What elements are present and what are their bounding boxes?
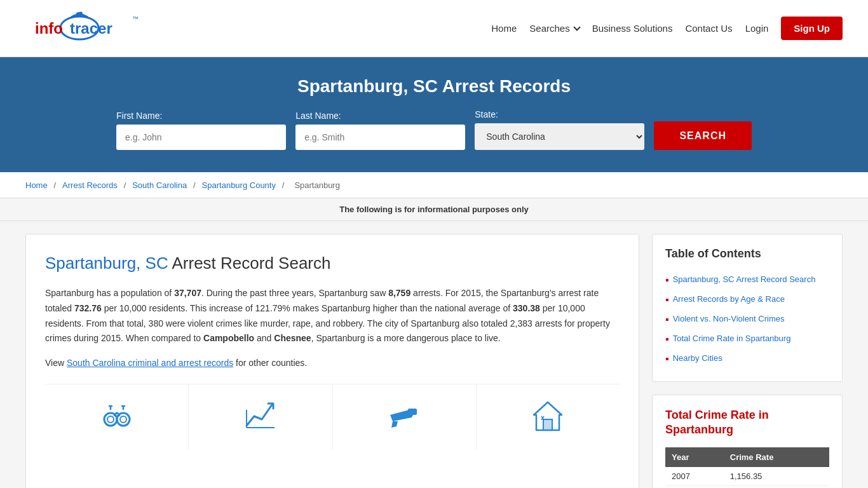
hero-title: Spartanburg, SC Arrest Records [25,76,843,97]
house-icon [529,397,567,435]
page-heading-sc: , SC [136,254,168,273]
svg-text:tracer: tracer [70,20,112,37]
main-content: Spartanburg, SC Arrest Record Search Spa… [0,221,868,488]
handcuffs-icon [98,397,136,435]
svg-point-7 [107,416,114,423]
cell-year: 2007 [665,467,724,486]
svg-rect-15 [408,409,417,415]
state-group: State: AlabamaAlaskaArizonaArkansasCalif… [475,109,644,150]
svg-point-8 [120,416,126,423]
icon-item-house [477,384,620,450]
toc-item: Nearby Cities [665,349,829,369]
crime-rate-box: Total Crime Rate in Spartanburg Year Cri… [652,395,843,488]
first-name-group: First Name: [116,111,286,150]
first-name-input[interactable] [116,125,286,150]
gun-icon [385,397,423,435]
state-label: State: [475,109,498,119]
first-name-label: First Name: [116,111,162,121]
arrests-bold: 8,759 [388,288,410,298]
search-form: First Name: Last Name: State: AlabamaAla… [116,109,752,150]
nav-home[interactable]: Home [491,20,517,37]
chesnee-bold: Chesnee [274,333,311,343]
nav-searches[interactable]: Searches [529,20,579,37]
breadcrumb-south-carolina[interactable]: South Carolina [132,180,187,190]
toc-box: Table of Contents Spartanburg, SC Arrest… [652,234,843,382]
cell-rate: 1,156.35 [724,467,829,486]
toc-heading: Table of Contents [665,247,829,261]
toc-link[interactable]: Nearby Cities [673,353,722,364]
breadcrumb-arrest-records[interactable]: Arrest Records [62,180,118,190]
last-name-group: Last Name: [295,111,465,150]
breadcrumb-home[interactable]: Home [25,180,48,190]
search-button[interactable]: SEARCH [654,121,752,150]
toc-link[interactable]: Violent vs. Non-Violent Crimes [673,313,785,325]
info-bar: The following is for informational purpo… [0,198,868,221]
icon-item-gun [333,384,477,450]
svg-text:™: ™ [132,15,139,22]
content-right: Table of Contents Spartanburg, SC Arrest… [652,234,843,488]
state-select[interactable]: AlabamaAlaskaArizonaArkansasCaliforniaCo… [475,123,644,150]
toc-item: Arrest Records by Age & Race [665,290,829,309]
breadcrumb-county[interactable]: Spartanburg County [202,180,276,190]
nav-login[interactable]: Login [745,20,769,37]
nav-business[interactable]: Business Solutions [592,20,673,37]
sc-records-link[interactable]: South Carolina criminal and arrest recor… [67,358,233,368]
page-heading-rest: Arrest Record Search [172,254,330,273]
campobello-bold: Campobello [203,333,254,343]
col-rate: Crime Rate [724,447,829,467]
nav-signup[interactable]: Sign Up [781,17,843,40]
table-row: 20071,156.35 [665,467,829,486]
crime-rate-table: Year Crime Rate 20071,156.35 [665,447,829,486]
hero-section: Spartanburg, SC Arrest Records First Nam… [0,57,868,172]
col-year: Year [665,447,724,467]
toc-list: Spartanburg, SC Arrest Record SearchArre… [665,270,829,369]
toc-link[interactable]: Spartanburg, SC Arrest Record Search [673,274,816,285]
searches-dropdown-icon [573,24,580,30]
page-heading: Spartanburg, SC Arrest Record Search [45,254,620,273]
toc-item: Total Crime Rate in Spartanburg [665,329,829,349]
crime-rate-heading: Total Crime Rate in Spartanburg [665,408,829,438]
svg-text:info: info [35,20,63,37]
national-avg-bold: 330.38 [513,303,540,313]
icons-row [45,384,620,450]
logo[interactable]: info tracer ™ [25,11,153,46]
nav-contact[interactable]: Contact Us [685,20,732,37]
page-heading-city: Spartanburg [45,254,136,273]
info-bar-text: The following is for informational purpo… [25,205,843,214]
chart-icon [241,397,280,435]
breadcrumb-current: Spartanburg [294,180,340,190]
main-paragraph-1: Spartanburg has a population of 37,707. … [45,286,620,346]
main-paragraph-2: View South Carolina criminal and arrest … [45,356,620,371]
toc-link[interactable]: Total Crime Rate in Spartanburg [673,333,791,344]
icon-item-chart [189,384,332,450]
site-header: info tracer ™ Home Searches Business Sol… [0,0,868,57]
toc-item: Spartanburg, SC Arrest Record Search [665,270,829,290]
logo-svg: info tracer ™ [25,11,153,46]
last-name-input[interactable] [295,125,465,150]
breadcrumb: Home / Arrest Records / South Carolina /… [0,172,868,198]
icon-item-handcuffs [45,384,189,450]
main-nav: Home Searches Business Solutions Contact… [491,17,843,40]
population-bold: 37,707 [174,288,201,298]
toc-item: Violent vs. Non-Violent Crimes [665,309,829,329]
last-name-label: Last Name: [295,111,341,121]
toc-link[interactable]: Arrest Records by Age & Race [673,294,785,305]
arrest-rate-bold: 732.76 [74,303,102,313]
content-left: Spartanburg, SC Arrest Record Search Spa… [25,234,639,488]
svg-rect-17 [543,419,552,430]
